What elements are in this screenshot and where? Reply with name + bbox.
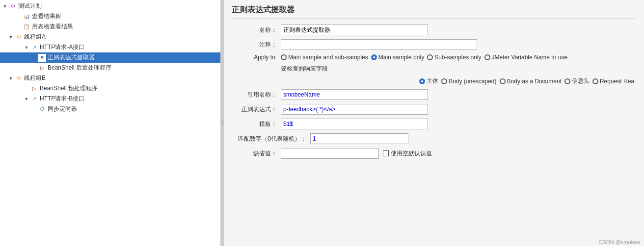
- tree-label-thread-group-a: 线程组A: [24, 33, 46, 41]
- use-default-label: 使用空默认认值: [391, 149, 432, 158]
- tree-item-thread-group-a[interactable]: ▼ ⚙ 线程组A: [0, 32, 220, 42]
- test-plan-icon: ⚙: [9, 2, 17, 10]
- rf-body-as-doc[interactable]: Body as a Document: [500, 78, 562, 85]
- comment-input[interactable]: [281, 39, 477, 50]
- radio-body: [419, 78, 425, 84]
- template-label: 模板：: [232, 120, 281, 128]
- spacer2: [16, 24, 22, 30]
- name-input[interactable]: [281, 25, 428, 35]
- use-default-checkbox[interactable]: [383, 150, 389, 156]
- radio-main-sub: [281, 54, 287, 60]
- radio-jmeter-var-label: JMeter Variable Name to use: [492, 54, 568, 61]
- tree-label-beanshell-pre: BeanShell 预处理程序: [40, 84, 98, 93]
- tree-label-regex-extractor: 正则表达式提取器: [48, 53, 95, 62]
- tree-label-http-b: HTTP请求-B接口: [40, 95, 84, 103]
- radio-request-headers-label: Request Hea: [600, 78, 634, 85]
- tree-item-view-results-table[interactable]: 📋 用表格查看结果: [0, 22, 220, 32]
- template-input[interactable]: [281, 119, 428, 129]
- regex-label: 正则表达式：: [232, 105, 281, 114]
- toggle-icon: ▼: [2, 3, 8, 9]
- tree-item-thread-group-b[interactable]: ▼ ⚙ 线程组B: [0, 73, 220, 83]
- radio-body-as-doc-label: Body as a Document: [507, 78, 562, 85]
- radio-headers-label: 信息头: [572, 77, 590, 85]
- footer-bar: CSDN @smobee: [594, 238, 644, 246]
- match-no-row: 匹配数字（0代表随机）：: [232, 133, 636, 144]
- apply-to-main-sub[interactable]: Main sample and sub-samples: [281, 54, 368, 61]
- response-field-options: 主体 Body (unescaped) Body as a Document 信…: [232, 77, 636, 85]
- regex-input[interactable]: [281, 104, 428, 115]
- radio-headers: [564, 78, 570, 84]
- spacer: [16, 14, 22, 20]
- name-row: 名称：: [232, 25, 636, 35]
- match-no-input[interactable]: [310, 133, 408, 144]
- beanshell-post-icon: ▷: [38, 64, 46, 72]
- tree-item-http-b[interactable]: ▼ ↗ HTTP请求-B接口: [0, 94, 220, 104]
- ref-name-label: 引用名称：: [232, 91, 281, 99]
- right-form-panel: 正则表达式提取器 名称： 注释： Apply to: Main sample a…: [224, 0, 644, 246]
- extractor-icon: R: [38, 54, 46, 62]
- tree-label-view-results-tree: 查看结果树: [32, 12, 61, 21]
- match-no-label: 匹配数字（0代表随机）：: [232, 135, 310, 143]
- panel-title: 正则表达式提取器: [232, 5, 636, 19]
- http-b-icon: ↗: [30, 95, 38, 103]
- results-icon: 📊: [23, 13, 30, 21]
- rf-headers[interactable]: 信息头: [564, 77, 590, 85]
- tree-item-test-plan[interactable]: ▼ ⚙ 测试计划: [0, 1, 220, 11]
- rf-request-headers[interactable]: Request Hea: [592, 78, 634, 85]
- template-row: 模板：: [232, 119, 636, 129]
- radio-request-headers: [592, 78, 598, 84]
- default-value-input[interactable]: [281, 148, 379, 159]
- response-field-label: 要检查的响应字段: [281, 65, 328, 73]
- name-label: 名称：: [232, 26, 281, 34]
- tree-item-http-a[interactable]: ▼ ↗ HTTP请求-A接口: [0, 42, 220, 52]
- spacer4: [31, 65, 37, 71]
- radio-body-as-doc: [500, 78, 506, 84]
- toggle-b: ▼: [8, 75, 14, 81]
- radio-jmeter-var: [484, 54, 490, 60]
- use-default-option[interactable]: 使用空默认认值: [383, 149, 432, 158]
- divider-dot: [222, 121, 223, 122]
- tree-item-regex-extractor[interactable]: R 正则表达式提取器: [0, 52, 220, 63]
- toggle-http-a: ▼: [24, 45, 29, 50]
- http-a-icon: ↗: [30, 44, 38, 51]
- toggle-http-b: ▼: [24, 96, 29, 102]
- radio-main-sub-label: Main sample and sub-samples: [288, 54, 368, 61]
- ref-name-input[interactable]: [281, 89, 428, 100]
- apply-to-label: Apply to:: [232, 54, 281, 61]
- apply-to-options: Main sample and sub-samples Main sample …: [281, 54, 567, 61]
- radio-main-only: [371, 54, 377, 60]
- apply-to-sub-only[interactable]: Sub-samples only: [427, 54, 481, 61]
- apply-to-row: Apply to: Main sample and sub-samples Ma…: [232, 54, 636, 61]
- default-value-row: 缺省值： 使用空默认认值: [232, 148, 636, 159]
- beanshell-pre-icon: ▷: [30, 85, 38, 93]
- regex-row: 正则表达式：: [232, 104, 636, 115]
- tree-item-view-results-tree[interactable]: 📊 查看结果树: [0, 11, 220, 22]
- divider-dot-3: [222, 124, 223, 125]
- tree-label-view-results-table: 用表格查看结果: [32, 23, 73, 31]
- apply-to-main-only[interactable]: Main sample only: [371, 54, 424, 61]
- comment-label: 注释：: [232, 41, 281, 49]
- spacer6: [31, 106, 37, 112]
- spacer5: [24, 86, 29, 92]
- tree-label-test-plan: 测试计划: [18, 2, 42, 10]
- apply-to-jmeter-var[interactable]: JMeter Variable Name to use: [484, 54, 568, 61]
- comment-row: 注释：: [232, 39, 636, 50]
- tree-label-sync-timer: 同步定时器: [48, 105, 77, 113]
- toggle-a: ▼: [8, 34, 14, 40]
- left-tree-panel: ▼ ⚙ 测试计划 📊 查看结果树 📋 用表格查看结果 ▼ ⚙ 线程组A ▼ ↗ …: [0, 0, 221, 246]
- radio-body-unescaped: [441, 78, 447, 84]
- radio-main-only-label: Main sample only: [378, 54, 424, 61]
- tree-label-beanshell-post: BeanShell 后置处理程序: [48, 64, 111, 72]
- tree-label-http-a: HTTP请求-A接口: [40, 43, 84, 51]
- tree-item-sync-timer[interactable]: ⏱ 同步定时器: [0, 104, 220, 114]
- thread-group-a-icon: ⚙: [15, 33, 23, 41]
- radio-sub-only-label: Sub-samples only: [434, 54, 481, 61]
- rf-body[interactable]: 主体: [419, 77, 438, 85]
- default-value-label: 缺省值：: [232, 149, 281, 158]
- thread-group-b-icon: ⚙: [15, 74, 23, 82]
- tree-item-beanshell-post[interactable]: ▷ BeanShell 后置处理程序: [0, 63, 220, 73]
- results-table-icon: 📋: [23, 23, 30, 31]
- rf-body-unescaped[interactable]: Body (unescaped): [441, 78, 496, 85]
- tree-item-beanshell-pre[interactable]: ▷ BeanShell 预处理程序: [0, 83, 220, 94]
- radio-sub-only: [427, 54, 433, 60]
